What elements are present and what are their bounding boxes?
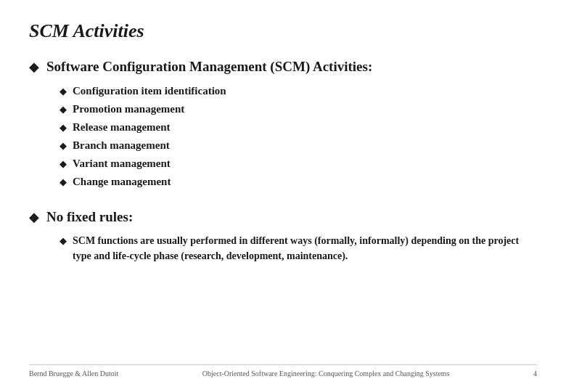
main-bullet-1: ◆ Software Configuration Management (SCM… xyxy=(29,58,537,76)
sub-bullet-text-1-4: Branch management xyxy=(73,138,170,153)
sub-diamond-1-6: ◆ xyxy=(60,176,67,188)
sub-bullet-1-1: ◆ Configuration item identification xyxy=(60,83,537,99)
footer-center: Object-Oriented Software Engineering: Co… xyxy=(118,369,533,377)
sub-bullet-1-3: ◆ Release management xyxy=(60,120,537,135)
bullet-diamond-1: ◆ xyxy=(29,59,39,75)
sub-bullet-1-2: ◆ Promotion management xyxy=(60,102,537,117)
sub-bullet-text-1-6: Change management xyxy=(73,174,171,189)
slide-title: SCM Activities xyxy=(29,20,537,42)
sub-diamond-1-3: ◆ xyxy=(60,122,67,134)
sub-diamond-1-5: ◆ xyxy=(60,158,67,170)
sub-bullet-text-1-2: Promotion management xyxy=(73,102,184,117)
bullet-section-1: ◆ Software Configuration Management (SCM… xyxy=(29,58,537,192)
main-bullet-2-text: No fixed rules: xyxy=(46,208,133,226)
slide: SCM Activities ◆ Software Configuration … xyxy=(0,0,566,392)
sub-bullet-text-1-1: Configuration item identification xyxy=(73,83,226,99)
sub-bullet-1-4: ◆ Branch management xyxy=(60,138,537,153)
sub-diamond-1-1: ◆ xyxy=(60,86,67,97)
sub-bullet-1-5: ◆ Variant management xyxy=(60,156,537,171)
sub-bullet-text-2-1: SCM functions are usually performed in d… xyxy=(73,233,537,264)
sub-bullet-text-1-5: Variant management xyxy=(73,156,171,171)
sub-bullet-text-1-3: Release management xyxy=(73,120,171,135)
sub-bullet-1-6: ◆ Change management xyxy=(60,174,537,189)
footer-right: 4 xyxy=(533,369,537,377)
sub-diamond-2-1: ◆ xyxy=(60,235,67,247)
bullet-section-2: ◆ No fixed rules: ◆ SCM functions are us… xyxy=(29,208,537,267)
footer-left: Bernd Bruegge & Allen Dutoit xyxy=(29,369,118,377)
bullet-diamond-2: ◆ xyxy=(29,209,39,225)
sub-diamond-1-4: ◆ xyxy=(60,140,67,152)
main-bullet-2: ◆ No fixed rules: xyxy=(29,208,537,226)
sub-bullet-2-1: ◆ SCM functions are usually performed in… xyxy=(60,233,537,264)
main-bullet-1-text: Software Configuration Management (SCM) … xyxy=(46,58,372,76)
sub-bullets-1: ◆ Configuration item identification ◆ Pr… xyxy=(60,83,537,189)
footer: Bernd Bruegge & Allen Dutoit Object-Orie… xyxy=(29,364,537,377)
sub-diamond-1-2: ◆ xyxy=(60,104,67,115)
no-fixed-sub: ◆ SCM functions are usually performed in… xyxy=(60,233,537,264)
